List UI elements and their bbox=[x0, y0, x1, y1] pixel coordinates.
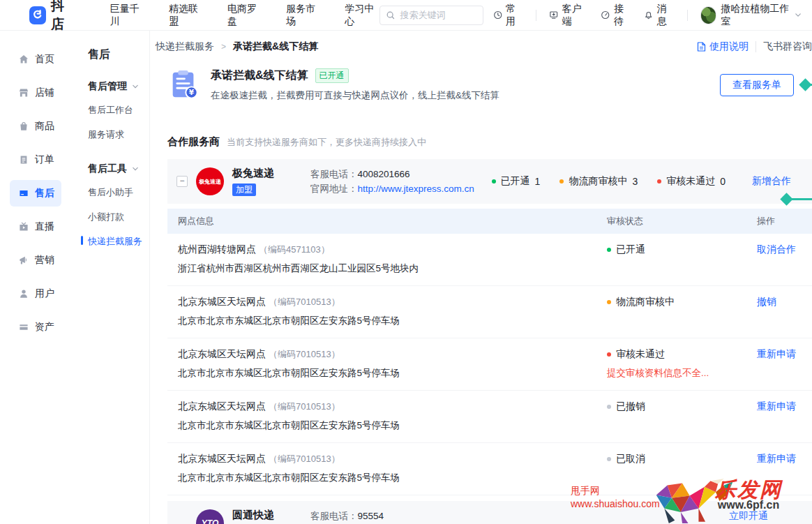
submenu-group-label: 售后管理 bbox=[88, 80, 127, 93]
sidebar-item-shop[interactable]: 店铺 bbox=[10, 80, 61, 106]
usage-guide-link[interactable]: 使用说明 bbox=[697, 40, 749, 53]
table-row: 北京东城区天坛网点（编码7010513） 北京市北京市东城区北京市朝阳区左安东路… bbox=[167, 391, 812, 443]
submenu-item-small-payment[interactable]: 小额打款 bbox=[88, 211, 149, 223]
live-tv-icon bbox=[19, 222, 29, 232]
network-address: 北京市北京市东城区北京市朝阳区左安东路5号停车场 bbox=[178, 472, 607, 484]
network-table: 网点信息 审核状态 操作 杭州西湖转塘网点（编码4571103） 浙江省杭州市西… bbox=[167, 209, 812, 495]
frequent-menu[interactable]: 常用 bbox=[493, 3, 524, 28]
watermark-open-now-link[interactable]: 立即开通 bbox=[715, 511, 782, 521]
top-nav-jingxuan[interactable]: 精选联盟 bbox=[169, 3, 204, 28]
order-list-icon bbox=[19, 155, 29, 165]
jtexpress-logo: 极兔速递 bbox=[196, 167, 224, 195]
divider bbox=[536, 10, 536, 21]
submenu-item-intercept-service[interactable]: 快递拦截服务 bbox=[88, 235, 149, 248]
sidebar-item-aftersale[interactable]: 售后 bbox=[10, 180, 61, 207]
red-dot bbox=[657, 179, 661, 184]
sidebar-item-live[interactable]: 直播 bbox=[10, 214, 61, 240]
partners-subtitle: 当前支持快递服务商如下，更多快递商持续接入中 bbox=[227, 136, 426, 149]
watermark-lefa: 乐发网 www.6pf.cn 立即开通 bbox=[652, 479, 782, 523]
network-name: 北京东城区天坛网点 bbox=[178, 401, 266, 412]
collapse-toggle[interactable]: − bbox=[176, 176, 188, 187]
col-review-status: 审核状态 bbox=[607, 215, 757, 227]
col-actions: 操作 bbox=[757, 215, 812, 227]
table-row: 杭州西湖转塘网点（编码4571103） 浙江省杭州市西湖区杭州市西湖区龙山工业园… bbox=[167, 234, 812, 286]
watermark-lefa-url: www.6pf.cn bbox=[715, 500, 782, 511]
network-name: 北京东城区天坛网点 bbox=[178, 348, 266, 359]
search-icon bbox=[386, 10, 396, 20]
account-avatar bbox=[700, 6, 717, 24]
reapply-link[interactable]: 重新申请 bbox=[757, 401, 796, 412]
sidebar-item-home[interactable]: 首页 bbox=[10, 46, 61, 73]
submenu-group-aftersale-tools[interactable]: 售后工具 bbox=[88, 163, 149, 175]
document-icon bbox=[697, 42, 706, 52]
site-link[interactable]: http://www.jtexpress.com.cn bbox=[358, 184, 474, 194]
stat-label: 审核未通过 bbox=[666, 175, 715, 188]
secondary-sidebar: 售后 售后管理 售后工作台 服务请求 售后工具 售后小助手 小额打款 快递拦截服… bbox=[70, 31, 150, 524]
submenu-group-aftersale-mgmt[interactable]: 售后管理 bbox=[88, 80, 149, 93]
provider-card-jtexpress: − 极兔速递 极兔速递 加盟 客服电话：4008201666 官网地址：http… bbox=[167, 159, 812, 204]
breadcrumb-parent[interactable]: 快递拦截服务 bbox=[156, 40, 214, 53]
account-menu[interactable]: 撒哈拉植物工作室 bbox=[700, 3, 801, 28]
sidebar-item-users[interactable]: 用户 bbox=[10, 280, 61, 307]
sidebar-label: 资产 bbox=[35, 321, 54, 334]
submenu-item-workbench[interactable]: 售后工作台 bbox=[88, 104, 149, 117]
franchise-badge: 加盟 bbox=[232, 184, 256, 196]
submenu-item-assistant[interactable]: 售后小助手 bbox=[88, 186, 149, 199]
sidebar-label: 直播 bbox=[35, 220, 54, 233]
search-box[interactable] bbox=[379, 6, 483, 25]
chevron-down-icon bbox=[795, 13, 801, 17]
reception-label: 接待 bbox=[614, 3, 631, 28]
phone-label: 客服电话： bbox=[310, 511, 358, 521]
storefront-icon bbox=[19, 88, 29, 98]
top-nav-qianchuan[interactable]: 巨量千川 bbox=[110, 3, 145, 28]
sidebar-label: 商品 bbox=[35, 120, 54, 133]
add-cooperation-link[interactable]: 新增合作 bbox=[752, 175, 791, 188]
status-dot bbox=[607, 248, 611, 252]
network-code: （编码7010513） bbox=[269, 349, 340, 359]
top-nav-luopan[interactable]: 电商罗盘 bbox=[227, 3, 262, 28]
bell-icon bbox=[644, 10, 653, 20]
yto-logo-text: YTO bbox=[202, 518, 218, 524]
usage-guide-label: 使用说明 bbox=[709, 40, 749, 53]
sidebar-item-orders[interactable]: 订单 bbox=[10, 147, 61, 173]
network-address: 北京市北京市东城区北京市朝阳区左安东路5号停车场 bbox=[178, 367, 607, 380]
aftersale-card-icon bbox=[19, 188, 29, 198]
phone-value: 95554 bbox=[358, 511, 384, 521]
sidebar-item-goods[interactable]: 商品 bbox=[10, 113, 61, 140]
site-label: 官网地址： bbox=[310, 184, 358, 194]
view-service-order-button[interactable]: 查看服务单 bbox=[720, 74, 794, 96]
reapply-link[interactable]: 重新申请 bbox=[757, 348, 796, 359]
reception-menu[interactable]: 接待 bbox=[601, 3, 631, 28]
stat-count: 1 bbox=[535, 176, 541, 187]
submenu-item-service-request[interactable]: 服务请求 bbox=[88, 128, 149, 141]
client-app-menu[interactable]: 客户端 bbox=[549, 3, 588, 28]
sidebar-label: 店铺 bbox=[35, 87, 54, 99]
messages-menu[interactable]: 消息 bbox=[644, 3, 675, 28]
breadcrumb-current: 承诺拦截&线下结算 bbox=[233, 40, 318, 53]
sidebar-item-marketing[interactable]: 营销 bbox=[10, 247, 61, 274]
yto-logo: YTO bbox=[196, 509, 224, 524]
app-logo[interactable]: 抖店 bbox=[29, 0, 77, 33]
network-code: （编码4571103） bbox=[259, 244, 330, 255]
cancel-cooperation-link[interactable]: 取消合作 bbox=[757, 244, 796, 255]
sidebar-item-assets[interactable]: 资产 bbox=[10, 314, 61, 340]
status-badge: 已开通 bbox=[315, 68, 349, 83]
breadcrumb-separator: > bbox=[221, 42, 226, 52]
reapply-link[interactable]: 重新申请 bbox=[757, 453, 796, 464]
status-note: 提交审核资料信息不全... bbox=[607, 367, 757, 380]
withdraw-link[interactable]: 撤销 bbox=[757, 296, 776, 307]
status-label: 已撤销 bbox=[616, 401, 645, 413]
client-download-icon bbox=[549, 10, 559, 20]
svg-text:¥: ¥ bbox=[189, 88, 195, 96]
top-nav-xuexi[interactable]: 学习中心 bbox=[345, 3, 379, 28]
col-network-info: 网点信息 bbox=[167, 215, 607, 227]
sidebar-label: 用户 bbox=[35, 287, 54, 300]
top-bar: 抖店 巨量千川 精选联盟 电商罗盘 服务市场 学习中心 常用 客户端 接待 消息 bbox=[0, 0, 812, 31]
sidebar-label: 订单 bbox=[35, 154, 54, 166]
reception-gauge-icon bbox=[601, 10, 610, 20]
top-nav-fuwu[interactable]: 服务市场 bbox=[286, 3, 321, 28]
main-content: 快递拦截服务 > 承诺拦截&线下结算 使用说明 飞书群咨询 bbox=[150, 31, 812, 524]
orange-dot bbox=[559, 179, 564, 184]
feishu-group-link[interactable]: 飞书群咨询 bbox=[763, 40, 812, 53]
search-input[interactable] bbox=[400, 10, 476, 20]
